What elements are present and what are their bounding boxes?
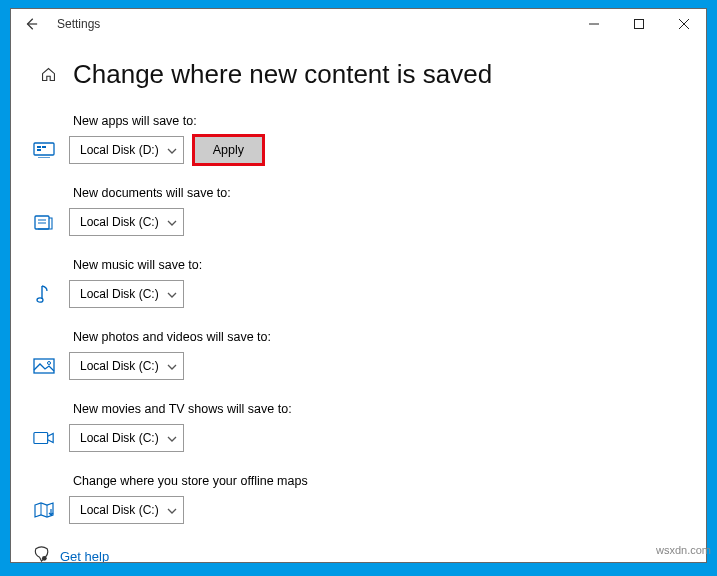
maps-icon xyxy=(33,499,55,521)
apps-location-value: Local Disk (D:) xyxy=(80,143,159,157)
setting-movies-label: New movies and TV shows will save to: xyxy=(69,402,706,416)
chevron-down-icon xyxy=(167,503,177,517)
maximize-button[interactable] xyxy=(616,10,661,39)
movies-location-dropdown[interactable]: Local Disk (C:) xyxy=(69,424,184,452)
photos-location-value: Local Disk (C:) xyxy=(80,359,159,373)
setting-photos: New photos and videos will save to: Loca… xyxy=(69,330,706,380)
setting-maps: Change where you store your offline maps… xyxy=(69,474,706,524)
music-location-value: Local Disk (C:) xyxy=(80,287,159,301)
get-help-link[interactable]: Get help xyxy=(60,549,109,562)
chevron-down-icon xyxy=(167,431,177,445)
chevron-down-icon xyxy=(167,143,177,157)
chevron-down-icon xyxy=(167,287,177,301)
setting-photos-label: New photos and videos will save to: xyxy=(69,330,706,344)
setting-apps: New apps will save to: Local Disk (D:) A… xyxy=(69,114,706,164)
apply-label: Apply xyxy=(213,143,244,157)
page-title: Change where new content is saved xyxy=(73,59,492,90)
arrow-left-icon xyxy=(24,17,38,31)
setting-music-label: New music will save to: xyxy=(69,258,706,272)
window-title: Settings xyxy=(57,17,100,31)
home-icon xyxy=(40,66,57,83)
svg-rect-6 xyxy=(37,146,41,148)
setting-documents-label: New documents will save to: xyxy=(69,186,706,200)
movies-icon xyxy=(33,427,55,449)
svg-point-14 xyxy=(48,362,51,365)
chevron-down-icon xyxy=(167,359,177,373)
movies-location-value: Local Disk (C:) xyxy=(80,431,159,445)
apps-icon xyxy=(33,139,55,161)
svg-rect-7 xyxy=(42,146,46,148)
home-button[interactable] xyxy=(39,66,57,84)
apps-location-dropdown[interactable]: Local Disk (D:) xyxy=(69,136,184,164)
settings-window: Settings Change where new content is sav… xyxy=(10,8,707,563)
maps-location-dropdown[interactable]: Local Disk (C:) xyxy=(69,496,184,524)
chevron-down-icon xyxy=(167,215,177,229)
content-area: New apps will save to: Local Disk (D:) A… xyxy=(11,100,706,562)
maximize-icon xyxy=(634,19,644,29)
setting-movies: New movies and TV shows will save to: Lo… xyxy=(69,402,706,452)
svg-point-18 xyxy=(42,556,47,561)
photos-icon xyxy=(33,355,55,377)
photos-location-dropdown[interactable]: Local Disk (C:) xyxy=(69,352,184,380)
titlebar: Settings xyxy=(11,9,706,39)
minimize-icon xyxy=(589,19,599,29)
svg-rect-15 xyxy=(34,433,48,444)
documents-location-dropdown[interactable]: Local Disk (C:) xyxy=(69,208,184,236)
svg-point-12 xyxy=(37,298,43,302)
page-header: Change where new content is saved xyxy=(11,39,706,100)
minimize-button[interactable] xyxy=(571,10,616,39)
music-icon xyxy=(33,283,55,305)
help-icon xyxy=(33,546,50,562)
close-icon xyxy=(679,19,689,29)
close-button[interactable] xyxy=(661,10,706,39)
help-row: Get help xyxy=(33,546,706,562)
setting-apps-label: New apps will save to: xyxy=(69,114,706,128)
watermark: wsxdn.com xyxy=(656,544,711,556)
maps-location-value: Local Disk (C:) xyxy=(80,503,159,517)
svg-rect-1 xyxy=(634,20,643,29)
documents-icon xyxy=(33,211,55,233)
setting-music: New music will save to: Local Disk (C:) xyxy=(69,258,706,308)
svg-rect-8 xyxy=(37,149,41,151)
back-button[interactable] xyxy=(19,12,43,36)
svg-rect-13 xyxy=(34,359,54,373)
setting-maps-label: Change where you store your offline maps xyxy=(69,474,706,488)
apps-apply-button[interactable]: Apply xyxy=(194,136,263,164)
setting-documents: New documents will save to: Local Disk (… xyxy=(69,186,706,236)
music-location-dropdown[interactable]: Local Disk (C:) xyxy=(69,280,184,308)
documents-location-value: Local Disk (C:) xyxy=(80,215,159,229)
